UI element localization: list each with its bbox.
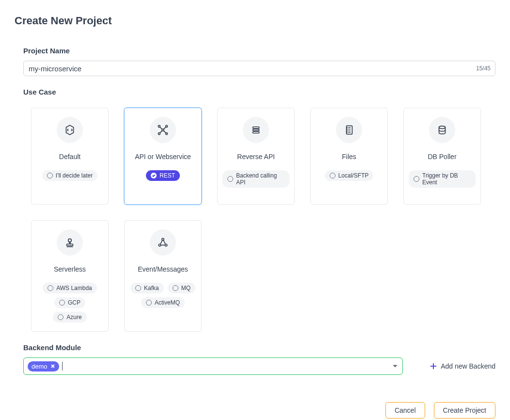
svg-rect-5 <box>253 127 259 129</box>
card-default[interactable]: Default I'll decide later <box>31 108 109 205</box>
card-title: Event/Messages <box>138 265 188 273</box>
server-stack-icon <box>243 117 269 143</box>
backend-tag-demo: demo <box>28 361 59 372</box>
add-backend-button[interactable]: Add new Backend <box>430 362 495 370</box>
pill-activemq[interactable]: ActiveMQ <box>141 297 185 308</box>
char-count: 15/45 <box>476 65 491 72</box>
card-title: Serverless <box>54 265 86 273</box>
text-cursor <box>62 362 63 371</box>
svg-rect-7 <box>253 131 259 133</box>
stamp-icon <box>57 229 83 256</box>
card-title: Files <box>342 153 356 161</box>
pill-rest[interactable]: REST <box>146 170 180 181</box>
page-title: Create New Project <box>15 15 495 27</box>
document-list-icon <box>336 117 362 143</box>
card-title: API or Webservice <box>135 153 191 161</box>
plus-icon <box>430 363 437 370</box>
database-icon <box>429 117 455 143</box>
remove-tag-icon[interactable] <box>50 364 55 369</box>
card-serverless[interactable]: Serverless AWS Lambda GCP Azure <box>31 220 109 332</box>
hexagon-refresh-icon <box>57 117 83 143</box>
create-project-button[interactable]: Create Project <box>434 402 495 419</box>
card-title: Reverse API <box>237 153 275 161</box>
pill-backend-calling-api[interactable]: Backend calling API <box>223 170 289 188</box>
card-files[interactable]: Files Local/SFTP <box>310 108 388 205</box>
svg-point-2 <box>166 125 168 127</box>
svg-point-9 <box>347 128 347 128</box>
webhook-icon <box>150 229 176 256</box>
card-api[interactable]: API or Webservice REST <box>124 108 202 205</box>
card-title: Default <box>59 153 80 161</box>
project-name-input[interactable] <box>23 61 495 76</box>
card-reverse-api[interactable]: Reverse API Backend calling API <box>217 108 295 205</box>
pill-decide-later[interactable]: I'll decide later <box>42 170 97 181</box>
pill-mq[interactable]: MQ <box>168 283 195 293</box>
svg-point-11 <box>347 132 347 132</box>
pill-kafka[interactable]: Kafka <box>130 283 164 293</box>
pill-gcp[interactable]: GCP <box>54 297 85 308</box>
network-nodes-icon <box>150 117 176 143</box>
svg-point-4 <box>166 133 168 135</box>
project-name-label: Project Name <box>23 47 495 55</box>
use-case-cards: Default I'll decide later API or Webserv… <box>23 102 495 332</box>
pill-local-sftp[interactable]: Local/SFTP <box>325 170 374 181</box>
pill-trigger-db-event[interactable]: Trigger by DB Event <box>409 170 476 188</box>
svg-point-1 <box>158 125 160 127</box>
cancel-button[interactable]: Cancel <box>385 402 425 419</box>
svg-rect-14 <box>67 244 73 245</box>
svg-rect-6 <box>253 129 259 130</box>
svg-point-10 <box>347 129 347 130</box>
chevron-down-icon[interactable] <box>393 362 398 371</box>
use-case-label: Use Case <box>23 88 495 96</box>
backend-module-label: Backend Module <box>23 343 495 352</box>
pill-aws-lambda[interactable]: AWS Lambda <box>43 283 97 293</box>
svg-point-13 <box>68 239 72 242</box>
card-db-poller[interactable]: DB Poller Trigger by DB Event <box>403 108 481 205</box>
svg-point-12 <box>439 126 446 129</box>
backend-select[interactable]: demo <box>23 357 403 375</box>
card-events[interactable]: Event/Messages Kafka MQ ActiveMQ <box>124 220 202 332</box>
svg-point-0 <box>162 129 164 131</box>
svg-point-3 <box>158 133 160 135</box>
pill-azure[interactable]: Azure <box>53 312 86 323</box>
card-title: DB Poller <box>428 153 456 161</box>
